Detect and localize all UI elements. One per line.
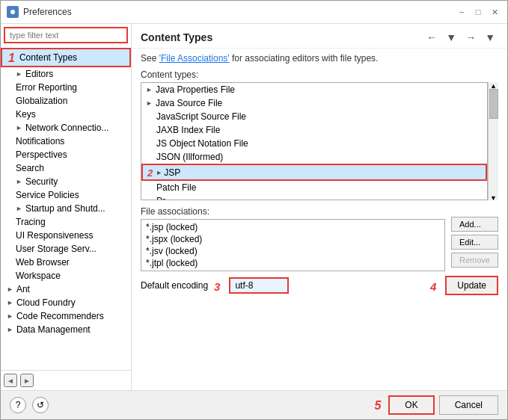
list-item[interactable]: ► Java Properties File [141, 83, 487, 96]
arrow-icon: ► [7, 326, 13, 333]
panel-back-button[interactable]: ← [423, 30, 440, 45]
filter-input[interactable] [4, 27, 128, 43]
sidebar-item-ui-responsiveness[interactable]: UI Responsiveness [1, 229, 131, 242]
scrollbar-up-button[interactable]: ▲ [489, 82, 498, 88]
arrow-icon: ► [156, 169, 162, 176]
sidebar-label-notifications: Notifications [16, 136, 64, 146]
arrow-icon: ► [7, 312, 13, 320]
file-assoc-item[interactable]: *.jsv (locked) [143, 245, 443, 257]
sidebar-item-startup[interactable]: ► Startup and Shutd... [1, 202, 131, 215]
sidebar-label-startup: Startup and Shutd... [25, 203, 105, 214]
list-item[interactable]: Patch File [141, 181, 487, 194]
ok-button[interactable]: OK [388, 395, 434, 415]
panel-forward-button[interactable]: → [462, 30, 479, 45]
window-controls: − □ ✕ [455, 5, 501, 19]
file-assoc-content: File associations: *.jsp (locked) *.jspx… [141, 206, 445, 271]
sidebar-label-network: Network Connectio... [25, 123, 108, 133]
sidebar-item-code-recommenders[interactable]: ► Code Recommenders [1, 309, 131, 323]
sidebar-item-network-connections[interactable]: ► Network Connectio... [1, 121, 131, 135]
help-button[interactable]: ? [10, 397, 26, 413]
scrollbar-down-button[interactable]: ▼ [489, 194, 498, 200]
file-assoc-item[interactable]: *.jtpl (locked) [143, 257, 443, 269]
minimize-button[interactable]: − [455, 5, 468, 19]
arrow-icon: ► [146, 99, 153, 107]
file-assoc-item[interactable]: *.jsp (locked) [143, 221, 443, 233]
sidebar-label-cloud-foundry: Cloud Foundry [16, 297, 76, 308]
arrow-icon: ► [146, 86, 153, 93]
arrow-icon: ► [16, 178, 22, 185]
edit-button[interactable]: Edit... [451, 235, 498, 250]
sidebar-item-service-policies[interactable]: Service Policies [1, 188, 131, 202]
content-types-scrollbar[interactable]: ▲ ▼ [488, 82, 498, 200]
content-types-list[interactable]: ► Java Properties File ► Java Source Fil… [141, 82, 488, 200]
list-item[interactable]: JAXB Index File [141, 123, 487, 137]
file-assoc-section: File associations: *.jsp (locked) *.jspx… [132, 203, 507, 271]
svg-point-1 [10, 10, 15, 14]
encoding-section: Default encoding 3 4 Update [132, 271, 507, 300]
restore-button[interactable]: ↺ [32, 397, 49, 413]
sidebar-label-data-management: Data Management [16, 324, 91, 335]
content-types-list-container: ► Java Properties File ► Java Source Fil… [141, 82, 498, 200]
arrow-icon: ► [16, 205, 22, 212]
sidebar-label-workspace: Workspace [16, 271, 61, 281]
sidebar-item-globalization[interactable]: Globalization [1, 94, 131, 108]
sidebar-item-user-storage[interactable]: User Storage Serv... [1, 242, 131, 256]
panel-header: Content Types ← ▼ → ▼ [132, 24, 507, 49]
cancel-button[interactable]: Cancel [439, 395, 498, 415]
sidebar-label-service-policies: Service Policies [16, 190, 79, 200]
sidebar-item-security[interactable]: ► Security [1, 175, 131, 188]
panel-body: Content types: ► Java Properties File ► … [132, 67, 507, 390]
sidebar-item-perspectives[interactable]: Perspectives [1, 148, 131, 161]
sidebar-item-cloud-foundry[interactable]: ► Cloud Foundry [1, 296, 131, 309]
window-title: Preferences [23, 7, 455, 17]
sidebar-item-web-browser[interactable]: Web Browser [1, 256, 131, 269]
panel-dropdown-button[interactable]: ▼ [443, 30, 459, 45]
bottom-right: 5 OK Cancel [374, 395, 498, 415]
sidebar-item-data-management[interactable]: ► Data Management [1, 323, 131, 336]
right-panel: Content Types ← ▼ → ▼ See 'File Associat… [132, 24, 507, 390]
update-button[interactable]: Update [445, 276, 498, 295]
sidebar-label-content-types: Content Types [19, 52, 77, 63]
help-icon: ? [16, 400, 21, 410]
list-item[interactable]: ► Java Source File [141, 96, 487, 110]
sidebar-item-tracing[interactable]: Tracing [1, 215, 131, 229]
sidebar-item-search[interactable]: Search [1, 161, 131, 175]
sidebar-item-ant[interactable]: ► Ant [1, 282, 131, 296]
encoding-input[interactable] [229, 277, 289, 294]
sidebar-label-ui-responsiveness: UI Responsiveness [16, 230, 93, 241]
list-item-label: JSON (Illformed) [146, 152, 223, 162]
sidebar-item-editors[interactable]: ► Editors [1, 67, 131, 81]
sidebar-item-notifications[interactable]: Notifications [1, 135, 131, 148]
sidebar-item-workspace[interactable]: Workspace [1, 269, 131, 282]
sidebar-label-code-recommenders: Code Recommenders [16, 311, 104, 321]
annotation-1: 1 [8, 51, 15, 64]
remove-button[interactable]: Remove [451, 253, 498, 268]
window-icon [7, 6, 19, 18]
sidebar-label-web-browser: Web Browser [16, 257, 70, 268]
sidebar-back-button[interactable]: ◄ [4, 374, 17, 387]
sidebar-label-user-storage: User Storage Serv... [16, 244, 97, 254]
panel-menu-button[interactable]: ▼ [482, 30, 498, 45]
file-assoc-item[interactable]: *.jspx (locked) [143, 233, 443, 245]
list-item[interactable]: JavaScript Source File [141, 110, 487, 123]
sidebar-item-keys[interactable]: Keys [1, 108, 131, 121]
close-button[interactable]: ✕ [488, 5, 501, 19]
title-bar: Preferences − □ ✕ [1, 1, 507, 24]
sidebar-forward-button[interactable]: ► [20, 374, 34, 387]
maximize-button[interactable]: □ [471, 5, 485, 19]
restore-icon: ↺ [37, 400, 44, 410]
list-item-jsp[interactable]: 2 ► JSP [141, 164, 487, 181]
file-assoc-list[interactable]: *.jsp (locked) *.jspx (locked) *.jsv (lo… [141, 219, 445, 271]
scrollbar-thumb[interactable] [489, 89, 498, 119]
list-item[interactable]: JS Object Notation File [141, 137, 487, 150]
list-item[interactable]: JSON (Illformed) [141, 150, 487, 164]
file-associations-link[interactable]: 'File Associations' [159, 53, 230, 64]
add-button[interactable]: Add... [451, 217, 498, 232]
sidebar-item-content-types[interactable]: 1 Content Types [1, 48, 131, 67]
list-item-label: JS Object Notation File [146, 138, 248, 149]
list-item[interactable]: Pr... [141, 194, 487, 200]
list-item-label: Java Properties File [156, 84, 235, 95]
sidebar-item-error-reporting[interactable]: Error Reporting [1, 81, 131, 94]
list-item-label: JAXB Index File [146, 125, 220, 135]
panel-nav: ← ▼ → ▼ [423, 30, 498, 45]
